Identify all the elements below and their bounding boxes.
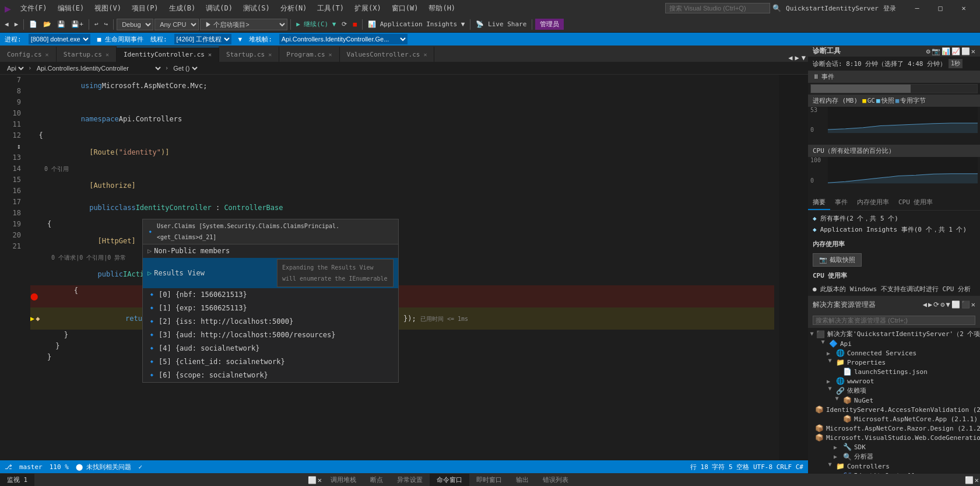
menu-build[interactable]: 生成(B) (164, 2, 201, 15)
tab-startup-cs-1[interactable]: Startup.cs ✕ (57, 47, 117, 62)
autocomplete-result-5[interactable]: 🔹 [5] {client_id: socialnetwork} (143, 355, 398, 369)
status-check[interactable]: ✓ (139, 463, 143, 471)
cmd-tab-immediate[interactable]: 即时窗口 (469, 474, 509, 486)
diag-chart-icon[interactable]: 📊 (942, 47, 950, 55)
tab-dropdown-icon[interactable]: ▼ (802, 54, 806, 62)
sol-nav-prev-icon[interactable]: ◀ (923, 300, 927, 309)
cmd-close-icon[interactable]: ✕ (975, 476, 979, 484)
tab-config-cs-close[interactable]: ✕ (45, 51, 49, 58)
menu-tools[interactable]: 工具(T) (312, 2, 349, 15)
diag-snapshot-icon[interactable]: 📷 (932, 47, 940, 55)
summary-tab-cpu[interactable]: CPU 使用率 (894, 195, 938, 210)
tree-dependencies-1[interactable]: ▶ 🔗 依赖项 (809, 386, 979, 396)
thread-dropdown[interactable]: [4260] 工作线程 (174, 34, 231, 44)
snapshot-button[interactable]: 📷 截取快照 (813, 253, 862, 267)
sol-float2-icon[interactable]: ⬛ (961, 300, 970, 309)
tab-startup-cs-2-close[interactable]: ✕ (268, 51, 272, 58)
cmd-tab-command[interactable]: 命令窗口 (430, 474, 469, 486)
diag-graph-icon[interactable]: 📈 (951, 47, 960, 55)
app-insights-btn[interactable]: 📊 Application Insights ▼ (366, 19, 467, 29)
tree-codegen[interactable]: 📦 Microsoft.VisualStudio.Web.CodeGenerat… (809, 433, 979, 442)
cmd-tab-exceptions[interactable]: 异常设置 (390, 474, 430, 486)
autocomplete-result-6[interactable]: 🔹 [6] {scope: socialnetwork} (143, 369, 398, 382)
cmd-float-icon[interactable]: ⬜ (965, 476, 974, 484)
title-search-input[interactable] (665, 3, 770, 13)
sol-nav-next-icon[interactable]: ▶ (928, 300, 932, 309)
autocomplete-result-0[interactable]: 🔹 [0] {nbf: 1560621513} (143, 288, 398, 302)
close-button[interactable]: ✕ (952, 0, 975, 16)
tree-analyzers[interactable]: ▶ 🔍 分析器 (809, 452, 979, 461)
tree-wwwroot-1[interactable]: ▶ 🌐 wwwroot (809, 376, 979, 386)
filter-icon[interactable]: ▼ (238, 36, 243, 43)
autocomplete-non-public[interactable]: ▷ Non-Public members (143, 244, 398, 258)
diag-seconds-btn[interactable]: 1秒 (949, 59, 963, 68)
menu-view[interactable]: 视图(V) (90, 2, 126, 15)
toolbar-save-btn[interactable]: 💾 (55, 19, 68, 29)
menu-debug[interactable]: 调试(D) (201, 2, 237, 15)
tree-api-properties[interactable]: ▶ 📁 Properties (809, 358, 979, 367)
toolbar-new-btn[interactable]: 📄 (27, 19, 40, 29)
status-zoom[interactable]: 110 % (50, 463, 69, 471)
minimize-button[interactable]: — (905, 0, 929, 16)
summary-tab-summary[interactable]: 摘要 (808, 195, 830, 210)
sol-close-icon[interactable]: ✕ (971, 300, 975, 309)
lifecycle-btn[interactable]: ■ 生命周期事件 (97, 35, 143, 44)
autocomplete-result-3[interactable]: 🔹 [3] {aud: http://localhost:5000/resour… (143, 328, 398, 342)
menu-analyze[interactable]: 分析(N) (276, 2, 312, 15)
stop-btn[interactable]: ■ (350, 19, 359, 29)
autocomplete-result-1[interactable]: 🔹 [1] {exp: 1560625113} (143, 302, 398, 315)
menu-edit[interactable]: 编辑(E) (53, 2, 89, 15)
code-content[interactable]: using Microsoft.AspNetCore.Mvc; namespac… (26, 75, 779, 460)
diag-close-icon[interactable]: ✕ (971, 47, 975, 55)
tree-api-project[interactable]: ▶ 🔷 Api (809, 339, 979, 348)
watch-float-icon[interactable]: ⬜ (308, 476, 317, 484)
live-share-btn[interactable]: 📡 Live Share (473, 19, 529, 29)
cmd-tab-output[interactable]: 输出 (509, 474, 536, 486)
sol-filter-icon[interactable]: ▼ (946, 300, 950, 309)
diag-settings-icon[interactable]: ⚙ (926, 47, 930, 55)
tree-sdk[interactable]: ▶ 🔧 SDK (809, 442, 979, 452)
tab-values-controller-close[interactable]: ✕ (423, 51, 427, 58)
toolbar-save-all-btn[interactable]: 💾+ (69, 19, 86, 29)
autocomplete-result-2[interactable]: 🔹 [2] {iss: http://localhost:5000} (143, 315, 398, 328)
process-dropdown[interactable]: [8080] dotnet.exe (29, 34, 90, 44)
toolbar-redo-btn[interactable]: ↪ (102, 19, 111, 29)
tab-scroll-left-icon[interactable]: ◀ (788, 54, 792, 62)
tab-config-cs[interactable]: Config.cs ✕ (0, 47, 57, 62)
tab-program-cs[interactable]: Program.cs ✕ (279, 47, 339, 62)
login-button[interactable]: 登录 (883, 4, 896, 13)
step-over-btn[interactable]: ⟳ (339, 19, 349, 29)
tree-aspnetcore-app[interactable]: 📦 Microsoft.AspNetCore.App (2.1.1) (809, 414, 979, 424)
menu-test[interactable]: 测试(S) (238, 2, 275, 15)
breadcrumb-namespace-select[interactable]: Api (5, 64, 26, 72)
breadcrumb-class-select[interactable]: Api.Controllers.IdentityController (34, 64, 163, 72)
cmd-tab-callstack[interactable]: 调用堆栈 (324, 474, 363, 486)
tab-startup-cs-1-close[interactable]: ✕ (106, 51, 109, 58)
events-section-header[interactable]: ⏸ 事件 (808, 71, 980, 83)
tree-razor-design[interactable]: 📦 Microsoft.AspNetCore.Razor.Design (2.1… (809, 424, 979, 433)
continue-btn[interactable]: ▶ 继续(C) ▼ (294, 19, 338, 30)
sol-float-icon[interactable]: ⬜ (951, 300, 960, 309)
watch-close-icon[interactable]: ✕ (318, 476, 322, 484)
tree-connected-services-1[interactable]: ▶ 🌐 Connected Services (809, 348, 979, 358)
events-pause-icon[interactable]: ⏸ (813, 73, 819, 81)
tree-launch-settings-1[interactable]: 📄 launchSettings.json (809, 367, 979, 376)
menu-project[interactable]: 项目(P) (127, 2, 163, 15)
tree-nuget-1[interactable]: ▶ 📦 NuGet (809, 396, 979, 405)
solution-search-input[interactable] (813, 316, 975, 325)
tab-values-controller[interactable]: ValuesController.cs ✕ (340, 47, 435, 62)
toolbar-back-btn[interactable]: ◀ (2, 19, 11, 29)
tab-startup-cs-2[interactable]: Startup.cs ✕ (219, 47, 279, 62)
manage-btn[interactable]: 管理员 (535, 19, 564, 30)
cpu-section-header[interactable]: CPU（所有处理器的百分比） (808, 145, 980, 157)
cmd-tab-errorlist[interactable]: 错误列表 (536, 474, 575, 486)
cmd-tab-breakpoints[interactable]: 断点 (363, 474, 390, 486)
tab-identity-controller-close[interactable]: ✕ (208, 51, 212, 58)
tab-program-cs-close[interactable]: ✕ (329, 51, 332, 58)
watch-tab-active[interactable]: 监视 1 (0, 474, 34, 486)
memory-section-header[interactable]: 进程内存 (MB) ■ GC ■ 快照 ■ 专用字节 (808, 95, 980, 107)
tree-identityserver4[interactable]: 📦 IdentityServer4.AccessTokenValidation … (809, 405, 979, 414)
toolbar-undo-btn[interactable]: ↩ (92, 19, 101, 29)
debug-config-dropdown[interactable]: Debug (117, 19, 153, 30)
startup-project-dropdown[interactable]: ▶ 个启动项目> (200, 19, 287, 30)
